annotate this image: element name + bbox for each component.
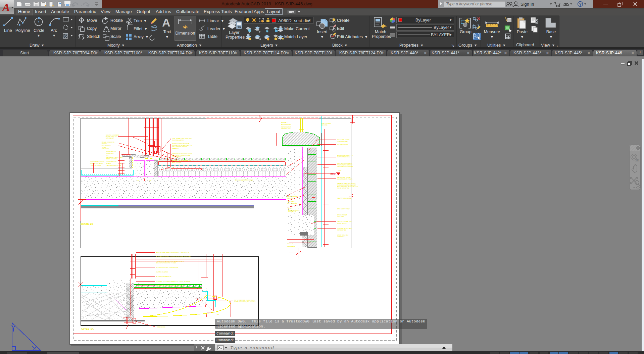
svg-text:A: A <box>2 1 10 13</box>
svg-text:150mm O.: 150mm O. <box>287 243 294 245</box>
svg-text:DETAIL 2B: DETAIL 2B <box>81 222 94 225</box>
svg-text:REF DWG FORSETTING OUT: REF DWG FORSETTING OUT <box>281 126 291 130</box>
svg-text:APPLIED SEAL HEAD IN MODERN CO: APPLIED SEAL HEAD IN MODERN COMPOSITION <box>156 252 189 253</box>
svg-text:CAVITY INSULATION: CAVITY INSULATION <box>337 197 351 199</box>
svg-text:POWDER TO TONED CEMENT BY P. x: POWDER TO TONED CEMENT BY P. x MY SCREEN <box>156 281 190 282</box>
svg-text:10: 10 <box>120 170 122 171</box>
svg-text:?: ? <box>579 2 582 7</box>
svg-text:Sign In: Sign In <box>521 2 534 7</box>
svg-text:210h: 210h <box>338 170 342 171</box>
svg-text:ALUMINIUM TRANSOM: ALUMINIUM TRANSOM <box>156 276 171 277</box>
svg-text:10mm PLENUM: 10mm PLENUM <box>91 165 101 166</box>
svg-text:75: 75 <box>200 281 202 282</box>
svg-text:MIN 150 WATERPROOFING: MIN 150 WATERPROOFING <box>235 179 253 181</box>
svg-text:SSL: SSL <box>330 172 336 175</box>
svg-text:75mm THK ACOUSTICINSULATION LA: 75mm THK ACOUSTICINSULATION LAYER <box>90 161 105 164</box>
svg-text:DPC CAVITY TRAY: DPC CAVITY TRAY <box>337 208 350 210</box>
svg-text:Type a keyword or phrase: Type a keyword or phrase <box>446 2 492 6</box>
svg-text:ALUMINIUM WATER BASIN IN MODUL: ALUMINIUM WATER BASIN IN MODULAR ANODISI… <box>156 256 191 258</box>
svg-text:2D: 2D <box>635 159 639 162</box>
svg-text:FACEWORK TIES AT450 CTRS BOTH: FACEWORK TIES AT450 CTRS BOTH WAYS <box>337 176 353 180</box>
svg-text:400: 400 <box>217 313 219 315</box>
svg-text:SELF ADHERED BACKTEMPORARY CEM: SELF ADHERED BACKTEMPORARY CEMENTVENTILA… <box>337 162 353 167</box>
svg-text:EXT OF PAINTED FINISH R.C.S.FT: EXT OF PAINTED FINISH R.C.S.FTO BALCONY … <box>234 299 256 303</box>
svg-text:CURING GLAZING: CURING GLAZING <box>156 271 168 273</box>
svg-text:30mm THK STONECOPING W/ BED: 30mm THK STONECOPING W/ BED <box>337 139 350 142</box>
svg-text:MEMBRANE: MEMBRANE <box>287 246 295 247</box>
svg-text:75: 75 <box>120 163 122 165</box>
svg-text:DETAIL 3D: DETAIL 3D <box>81 328 94 331</box>
svg-text:STONE COPING: STONE COPING <box>337 144 348 145</box>
svg-text:THRESHOLD: THRESHOLD <box>157 326 165 328</box>
svg-text:CAVE FINISHED ZONE: CAVE FINISHED ZONE <box>106 165 121 166</box>
svg-text:30 x 4.5 MODIFIED STEEL ANGLE: 30 x 4.5 MODIFIED STEEL ANGLE <box>156 266 178 268</box>
svg-text:Type a command: Type a command <box>230 345 274 350</box>
svg-text:REMAINING WATERPROOFING AT LAG: REMAINING WATERPROOFING AT LAG SILL <box>156 285 186 287</box>
